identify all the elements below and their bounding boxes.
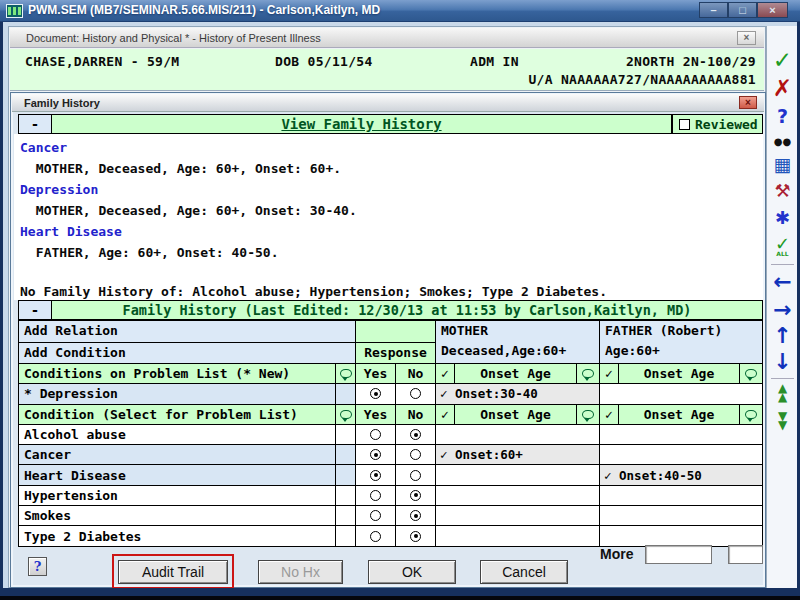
family-history-title: Family History <box>24 97 100 109</box>
page-up-icon[interactable]: ▲▲ <box>767 384 798 402</box>
down-arrow-icon[interactable]: ↓ <box>767 350 798 374</box>
patient-location: 2NORTH 2N-100/29 <box>626 54 756 69</box>
father-onset-cell[interactable]: ✓ Onset:40-50 <box>600 465 762 484</box>
check-icon: ✓ <box>600 405 618 424</box>
pwm-sem-application: PWM.SEM (MB7/SEMINAR.5.66.MIS/211) - Car… <box>0 0 800 600</box>
condition-label[interactable]: Hypertension <box>19 486 336 505</box>
no-radio[interactable] <box>410 429 421 440</box>
father-onset-cell[interactable] <box>600 506 762 525</box>
mother-onset-cell[interactable]: ✓ Onset:60+ <box>436 445 600 464</box>
up-arrow-icon[interactable]: ↑ <box>767 324 798 348</box>
patient-adm-status: ADM IN <box>470 54 519 69</box>
father-onset-cell[interactable] <box>600 526 762 545</box>
section-comment-cell <box>336 364 356 383</box>
yes-radio[interactable] <box>370 388 381 399</box>
more-input-2[interactable] <box>728 545 763 564</box>
condition-label[interactable]: Alcohol abuse <box>19 425 336 444</box>
spacer-cell <box>336 506 356 525</box>
calendar-icon[interactable]: ▦ <box>767 154 798 175</box>
page-down-icon[interactable]: ▼▼ <box>767 412 798 430</box>
yes-radio[interactable] <box>370 531 381 542</box>
asterisk-icon[interactable]: ✱ <box>767 208 798 228</box>
tools-icon[interactable]: ⚒ <box>767 181 798 201</box>
condition-label[interactable]: Type 2 Diabetes <box>19 526 336 545</box>
table-row: * Depression✓ Onset:30-40 <box>19 383 762 403</box>
yes-radio[interactable] <box>370 429 381 440</box>
ok-button[interactable]: OK <box>368 560 456 584</box>
confirm-check-icon[interactable]: ✓ <box>767 48 798 73</box>
mother-onset-cell[interactable]: ✓ Onset:30-40 <box>436 384 600 403</box>
collapse-edit-button[interactable]: - <box>18 300 52 320</box>
minimize-icon[interactable]: – <box>699 2 728 18</box>
no-radio[interactable] <box>410 510 421 521</box>
mother-onset-cell[interactable] <box>436 486 600 505</box>
condition-label[interactable]: Cancer <box>19 445 336 464</box>
yes-radio[interactable] <box>370 510 381 521</box>
no-radio[interactable] <box>410 470 421 481</box>
comment-bubble-icon[interactable] <box>340 410 352 419</box>
more-input-1[interactable] <box>645 545 712 564</box>
close-icon[interactable]: × <box>757 2 788 18</box>
yes-radio[interactable] <box>370 490 381 501</box>
comment-bubble-icon[interactable] <box>340 369 352 378</box>
response-yes-cell <box>356 486 396 505</box>
response-yes-cell <box>356 445 396 464</box>
section-label[interactable]: Condition (Select for Problem List) <box>19 405 336 424</box>
fh-condition-name: Heart Disease <box>20 221 763 242</box>
fh-condition-detail: FATHER, Age: 60+, Onset: 40-50. <box>20 242 763 263</box>
table-header: Add Relation Add Condition Response MOTH… <box>19 321 762 363</box>
help-button[interactable]: ? <box>28 557 47 576</box>
reviewed-checkbox[interactable] <box>679 119 690 130</box>
audit-trail-button[interactable]: Audit Trail <box>118 560 228 584</box>
father-onset-cell[interactable] <box>600 425 762 444</box>
family-history-table: Add Relation Add Condition Response MOTH… <box>18 320 763 547</box>
onset-age-label[interactable]: Onset Age <box>618 364 740 383</box>
next-arrow-icon[interactable]: → <box>767 298 798 322</box>
condition-label[interactable]: * Depression <box>19 384 336 403</box>
onset-age-label[interactable]: Onset Age <box>618 405 740 424</box>
father-onset-cell[interactable] <box>600 445 762 464</box>
find-binoculars-icon[interactable]: ●● <box>767 136 798 147</box>
response-yes-cell <box>356 425 396 444</box>
onset-age-label[interactable]: Onset Age <box>454 364 577 383</box>
comment-bubble-icon[interactable] <box>745 410 757 419</box>
maximize-icon[interactable]: □ <box>728 2 757 18</box>
response-no-cell <box>396 486 436 505</box>
mother-onset-cell[interactable] <box>436 465 600 484</box>
condition-label[interactable]: Heart Disease <box>19 465 336 484</box>
spacer-cell <box>336 526 356 545</box>
father-onset-cell[interactable] <box>600 384 762 403</box>
yes-radio[interactable] <box>370 449 381 460</box>
spacer-cell <box>336 425 356 444</box>
comment-bubble-icon[interactable] <box>745 369 757 378</box>
condition-label[interactable]: Smokes <box>19 506 336 525</box>
comment-bubble-icon[interactable] <box>582 410 594 419</box>
mother-onset-cell[interactable] <box>436 506 600 525</box>
help-icon[interactable]: ? <box>767 106 798 127</box>
family-history-close-icon[interactable]: × <box>739 96 757 109</box>
no-radio[interactable] <box>410 490 421 501</box>
add-condition-button[interactable]: Add Condition <box>19 343 355 364</box>
reviewed-cell: Reviewed <box>672 114 763 134</box>
cancel-x-icon[interactable]: ✗ <box>767 76 798 101</box>
check-all-icon[interactable]: ✓ALL <box>767 234 798 257</box>
yes-radio[interactable] <box>370 470 381 481</box>
no-radio[interactable] <box>410 388 421 399</box>
mother-onset-cell[interactable] <box>436 526 600 545</box>
prev-arrow-icon[interactable]: ← <box>767 270 798 294</box>
cancel-button[interactable]: Cancel <box>480 560 568 584</box>
collapse-view-button[interactable]: - <box>18 114 52 134</box>
onset-age-label[interactable]: Onset Age <box>454 405 577 424</box>
table-row: Alcohol abuse <box>19 424 762 444</box>
section-label[interactable]: Conditions on Problem List (* New) <box>19 364 336 383</box>
document-close-icon[interactable]: × <box>737 31 756 45</box>
family-history-titlebar: Family History × <box>12 94 764 112</box>
no-radio[interactable] <box>410 531 421 542</box>
comment-bubble-icon[interactable] <box>582 369 594 378</box>
mother-onset-cell[interactable] <box>436 425 600 444</box>
father-onset-cell[interactable] <box>600 486 762 505</box>
no-radio[interactable] <box>410 449 421 460</box>
table-section-row: Conditions on Problem List (* New)YesNo✓… <box>19 363 762 383</box>
no-family-history-line: No Family History of: Alcohol abuse; Hyp… <box>20 281 607 302</box>
add-relation-button[interactable]: Add Relation <box>19 321 355 343</box>
